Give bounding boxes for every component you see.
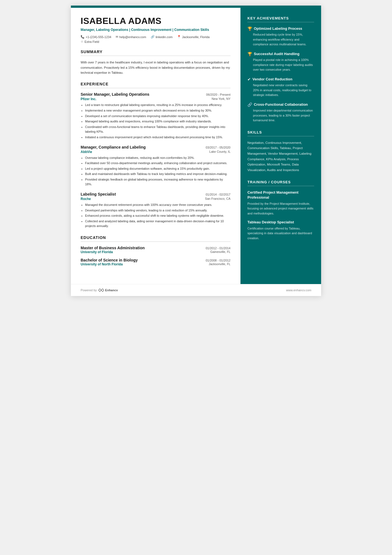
footer: Powered by Enhancv www.enhancv.com <box>71 284 321 296</box>
edu-degree-2: Bachelor of Science in Biology <box>81 258 138 262</box>
enhancv-logo: Enhancv <box>98 288 118 292</box>
education-section: EDUCATION Master of Business Administrat… <box>81 235 230 266</box>
training-item-1: Certified Project Management Professiona… <box>247 190 314 216</box>
bullet-item: Provided strategic feedback on global la… <box>85 177 230 187</box>
candidate-title: Manager, Labeling Operations | Continuou… <box>81 27 230 32</box>
edu-sub-1: University of Florida Gainesville, FL <box>81 250 230 254</box>
linkedin-text: linkedin.com <box>156 35 173 39</box>
enhancv-logo-icon <box>98 288 104 292</box>
phone-item: 📞 +1-(234)-555-1234 <box>81 35 111 39</box>
achievement-item-3: ✔ Vendor Cost Reduction Negotiated new v… <box>247 77 314 98</box>
exp-location-1: New York, NY <box>212 97 230 101</box>
bullet-item: Oversaw labeling compliance initiatives,… <box>85 156 230 161</box>
edu-sub-2: University of North Florida Jacksonville… <box>81 262 230 266</box>
achievement-icon-4: 🔗 <box>247 102 252 107</box>
edu-dates-1: 01/2012 - 01/2014 <box>206 246 230 250</box>
bullet-item: Managed the document retirement process … <box>85 203 230 208</box>
training-item-2: Tableau Desktop Specialist Certification… <box>247 220 314 241</box>
achievement-desc-2: Played a pivotal role in achieving a 100… <box>247 58 314 72</box>
experience-item-3: Labeling Specialist 01/2014 - 02/2017 Ro… <box>81 192 230 229</box>
brand-name: Enhancv <box>105 288 118 292</box>
experience-item-1: Senior Manager, Labeling Operations 06/2… <box>81 92 230 140</box>
bullet-item: Facilitated over 50 cross-departmental m… <box>85 161 230 166</box>
location-item: 📍 Jacksonville, Florida <box>177 35 210 39</box>
training-desc-2: Certification course offered by Tableau,… <box>247 226 314 241</box>
exp-dates-3: 01/2014 - 02/2017 <box>206 193 230 196</box>
linkedin-item: 🔗 linkedin.com <box>151 35 173 39</box>
exp-company-1: Pfizer Inc. <box>81 97 96 101</box>
achievement-desc-4: Improved inter-departmental communicatio… <box>247 108 314 123</box>
exp-dates-1: 06/2020 - Present <box>206 93 230 96</box>
bullet-item: Initiated a continuous improvement proje… <box>85 135 230 140</box>
bullet-item: Coordinated with cross-functional teams … <box>85 125 230 134</box>
skills-text: Negotiation, Continuous Improvement, Com… <box>247 140 314 173</box>
training-desc-1: Provided by the Project Management Insti… <box>247 201 314 216</box>
summary-section: SUMMARY With over 7 years in the healthc… <box>81 50 230 75</box>
exp-dates-2: 03/2017 - 05/2020 <box>206 146 230 149</box>
exp-bullets-3: Managed the document retirement process … <box>81 203 230 229</box>
edu-header-1: Master of Business Administration 01/201… <box>81 246 230 250</box>
skills-title: SKILLS <box>247 130 314 136</box>
linkedin-icon: 🔗 <box>151 35 155 39</box>
achievement-title-1: Optimized Labeling Process <box>254 26 302 31</box>
edu-school-1: University of Florida <box>81 250 113 254</box>
experience-section: EXPERIENCE Senior Manager, Labeling Oper… <box>81 82 230 229</box>
education-item-2: Bachelor of Science in Biology 01/2008 -… <box>81 258 230 266</box>
achievement-header-4: 🔗 Cross-Functional Collaboration <box>247 102 314 107</box>
exp-title-3: Labeling Specialist <box>81 192 116 196</box>
exp-title-2: Manager, Compliance and Labeling <box>81 145 146 149</box>
bullet-item: Developed partnerships with labeling ven… <box>85 208 230 213</box>
key-achievements-section: KEY ACHIEVEMENTS 🏆 Optimized Labeling Pr… <box>247 16 314 123</box>
experience-item-2: Manager, Compliance and Labeling 03/2017… <box>81 145 230 187</box>
left-column: ISABELLA ADAMS Manager, Labeling Operati… <box>71 8 240 284</box>
key-achievements-title: KEY ACHIEVEMENTS <box>247 16 314 22</box>
achievement-desc-1: Reduced labeling cycle time by 15%, enha… <box>247 32 314 47</box>
edu-header-2: Bachelor of Science in Biology 01/2008 -… <box>81 258 230 262</box>
summary-title: SUMMARY <box>81 50 230 56</box>
summary-text: With over 7 years in the healthcare indu… <box>81 60 230 75</box>
bullet-item: Collected and analyzed labeling data, ai… <box>85 219 230 229</box>
achievement-desc-3: Negotiated new vendor contracts saving 2… <box>247 83 314 98</box>
exp-company-2: AbbVie <box>81 150 92 154</box>
bullet-item: Implemented a new vendor management prog… <box>85 108 230 113</box>
achievement-item-1: 🏆 Optimized Labeling Process Reduced lab… <box>247 26 314 47</box>
extra-item: ☆ Extra Field <box>81 40 99 43</box>
exp-header-1: Senior Manager, Labeling Operations 06/2… <box>81 92 230 97</box>
phone-icon: 📞 <box>81 35 85 39</box>
exp-sub-1: Pfizer Inc. New York, NY <box>81 97 230 101</box>
exp-bullets-2: Oversaw labeling compliance initiatives,… <box>81 156 230 187</box>
training-course-title-2: Tableau Desktop Specialist <box>247 220 314 225</box>
training-course-title-1: Certified Project Management Professiona… <box>247 190 314 200</box>
exp-bullets-1: Led a team to restructure global labelin… <box>81 103 230 140</box>
skills-section: SKILLS Negotiation, Continuous Improveme… <box>247 130 314 173</box>
email-icon: ✉ <box>116 35 118 39</box>
resume-body: ISABELLA ADAMS Manager, Labeling Operati… <box>71 8 321 284</box>
location-text: Jacksonville, Florida <box>182 35 210 39</box>
achievement-title-3: Vendor Cost Reduction <box>252 77 292 82</box>
experience-title: EXPERIENCE <box>81 82 230 88</box>
training-title: TRAINING / COURSES <box>247 180 314 186</box>
resume-wrapper: ISABELLA ADAMS Manager, Labeling Operati… <box>71 6 321 296</box>
right-column: KEY ACHIEVEMENTS 🏆 Optimized Labeling Pr… <box>240 8 321 284</box>
edu-school-2: University of North Florida <box>81 262 123 266</box>
achievement-header-1: 🏆 Optimized Labeling Process <box>247 26 314 31</box>
exp-sub-2: AbbVie Lake County, IL <box>81 150 230 154</box>
email-text: help@enhancv.com <box>119 35 146 39</box>
achievement-item-2: 🏆 Successful Audit Handling Played a piv… <box>247 51 314 72</box>
education-item-1: Master of Business Administration 01/201… <box>81 246 230 254</box>
achievement-title-4: Cross-Functional Collaboration <box>254 102 308 107</box>
achievement-icon-1: 🏆 <box>247 26 252 31</box>
exp-sub-3: Roche San Francisco, CA <box>81 197 230 201</box>
footer-left: Powered by Enhancv <box>81 288 118 292</box>
edu-degree-1: Master of Business Administration <box>81 246 145 250</box>
exp-header-3: Labeling Specialist 01/2014 - 02/2017 <box>81 192 230 196</box>
extra-text: Extra Field <box>85 40 99 43</box>
header-section: ISABELLA ADAMS Manager, Labeling Operati… <box>81 16 230 43</box>
achievement-item-4: 🔗 Cross-Functional Collaboration Improve… <box>247 102 314 123</box>
exp-company-3: Roche <box>81 197 91 201</box>
bullet-item: Developed a set of communication templat… <box>85 114 230 119</box>
top-accent-bar <box>71 6 321 8</box>
achievement-icon-3: ✔ <box>247 77 251 82</box>
email-item: ✉ help@enhancv.com <box>116 35 146 39</box>
exp-location-3: San Francisco, CA <box>205 197 230 201</box>
